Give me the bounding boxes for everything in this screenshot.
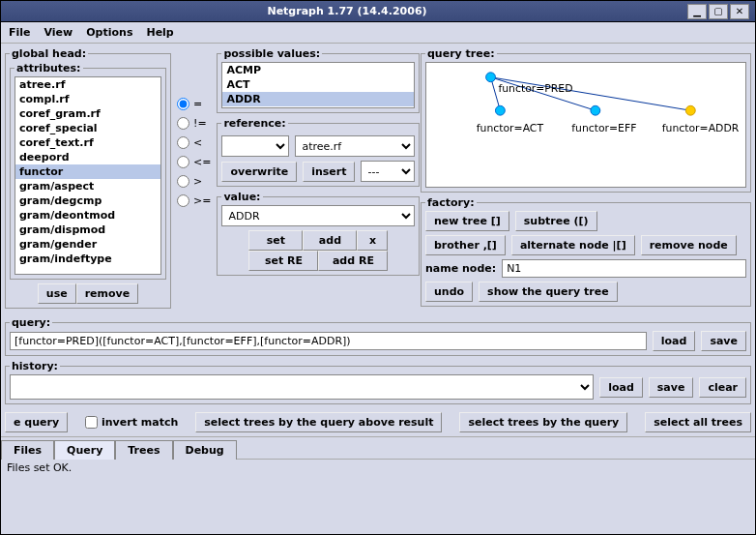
op-ne[interactable]: != [177,117,211,130]
possible-values-listbox[interactable]: ACMPACTADDR [221,62,415,108]
tab-files[interactable]: Files [1,440,54,460]
remove-button[interactable]: remove [76,283,139,304]
reference-group: reference: atree.rf overwrite insert --- [217,117,420,187]
global-head-legend: global head: [10,47,88,60]
menu-options[interactable]: Options [86,26,132,39]
query-tree-canvas[interactable]: functor=PRED functor=ACT functor=EFF fun… [425,62,746,188]
svg-point-4 [495,105,505,115]
equery-button[interactable]: e query [5,412,68,432]
history-legend: history: [10,360,60,372]
list-item[interactable]: functor [15,164,160,179]
op-gt[interactable]: > [177,175,211,188]
history-load-button[interactable]: load [599,377,643,398]
showtree-button[interactable]: show the query tree [479,282,618,302]
menu-view[interactable]: View [44,26,73,39]
select-by-button[interactable]: select trees by the query [459,412,627,432]
op-lt[interactable]: < [177,136,211,149]
list-item[interactable]: coref_special [15,121,160,135]
svg-point-5 [591,105,600,115]
tab-trees[interactable]: Trees [115,440,172,460]
altnode-button[interactable]: alternate node |[] [511,235,635,255]
possible-values-legend: possible values: [221,47,322,60]
reference-combo2[interactable]: atree.rf [295,135,415,157]
factory-group: factory: new tree [] subtree ([) brother… [421,196,751,307]
list-item[interactable]: gram/dispmod [15,223,160,237]
list-item[interactable]: coref_text.rf [15,135,160,150]
history-save-button[interactable]: save [649,377,694,398]
minimize-button[interactable]: ▁ [687,4,707,19]
select-all-button[interactable]: select all trees [645,412,751,432]
list-item[interactable]: ACMP [222,63,414,77]
node-root-label: functor=PRED [498,82,572,95]
maximize-button[interactable]: ▢ [709,4,728,19]
reference-dashes[interactable]: --- [361,161,415,182]
menubar: File View Options Help [1,22,755,44]
list-item[interactable]: gram/aspect [15,179,160,193]
invert-match-checkbox[interactable] [85,416,98,429]
menu-help[interactable]: Help [146,26,173,39]
attributes-listbox[interactable]: atree.rfcompl.rfcoref_gram.rfcoref_speci… [15,76,161,275]
set-button[interactable]: set [248,230,303,251]
history-combo[interactable] [10,374,594,400]
tabs: Files Query Trees Debug [1,436,755,459]
list-item[interactable]: compl.rf [15,92,160,106]
list-item[interactable]: deepord [15,150,160,164]
tab-debug[interactable]: Debug [173,440,237,460]
op-le[interactable]: <= [177,156,211,168]
op-eq[interactable]: = [177,98,211,110]
node-c-label: functor=ADDR [662,122,740,134]
subtree-button[interactable]: subtree ([) [515,211,597,231]
list-item[interactable]: ACT [222,77,414,92]
setre-button[interactable]: set RE [248,251,318,271]
query-input[interactable] [10,332,647,350]
attributes-legend: attributes: [15,62,83,74]
list-item[interactable]: atree.rf [15,77,160,92]
list-item[interactable]: gram/gender [15,237,160,252]
middle-column: = != < <= > >= possible values: ACMPACTA… [175,47,417,312]
operator-radios: = != < <= > >= [175,94,213,280]
op-ge[interactable]: >= [177,194,211,207]
list-item[interactable]: gram/indeftype [15,252,160,266]
namenode-label: name node: [425,262,496,275]
query-legend: query: [10,316,52,329]
value-legend: value: [221,191,262,203]
addre-button[interactable]: add RE [318,251,388,271]
menu-file[interactable]: File [9,26,31,39]
select-above-button[interactable]: select trees by the query above result [195,412,442,432]
value-combo[interactable]: ADDR [221,205,415,226]
x-button[interactable]: x [357,230,388,251]
statusbar: Files set OK. [1,459,755,476]
svg-point-3 [486,73,496,82]
namenode-input[interactable] [502,259,746,278]
reference-legend: reference: [221,117,287,130]
window-title: Netgraph 1.77 (14.4.2006) [7,5,687,17]
use-button[interactable]: use [38,283,76,304]
tab-query[interactable]: Query [54,440,115,460]
invert-match-label[interactable]: invert match [85,416,178,429]
overwrite-button[interactable]: overwrite [221,162,297,182]
brother-button[interactable]: brother ,[] [425,235,506,255]
right-column: query tree: functor=PRED functor=ACT fun… [421,47,751,312]
titlebar-buttons: ▁ ▢ ✕ [687,4,749,19]
newtree-button[interactable]: new tree [] [425,211,509,231]
insert-button[interactable]: insert [303,162,355,182]
add-button[interactable]: add [303,230,357,251]
titlebar: Netgraph 1.77 (14.4.2006) ▁ ▢ ✕ [1,1,755,22]
query-save-button[interactable]: save [701,331,746,351]
list-item[interactable]: ADDR [222,92,414,106]
attr-buttons: use remove [10,283,166,304]
bottom-area: query: load save history: load save clea… [1,316,755,436]
reference-combo1[interactable] [221,135,289,157]
node-b-label: functor=EFF [571,122,636,134]
history-group: history: load save clear [5,360,751,404]
list-item[interactable]: gram/deontmod [15,208,160,223]
close-button[interactable]: ✕ [730,4,749,19]
removenode-button[interactable]: remove node [641,235,737,255]
value-group: value: ADDR set add x set RE add RE [217,191,420,276]
history-clear-button[interactable]: clear [699,377,746,398]
query-load-button[interactable]: load [653,331,696,351]
tree-svg: functor=PRED functor=ACT functor=EFF fun… [426,63,745,187]
list-item[interactable]: gram/degcmp [15,193,160,208]
list-item[interactable]: coref_gram.rf [15,106,160,121]
undo-button[interactable]: undo [425,282,473,302]
